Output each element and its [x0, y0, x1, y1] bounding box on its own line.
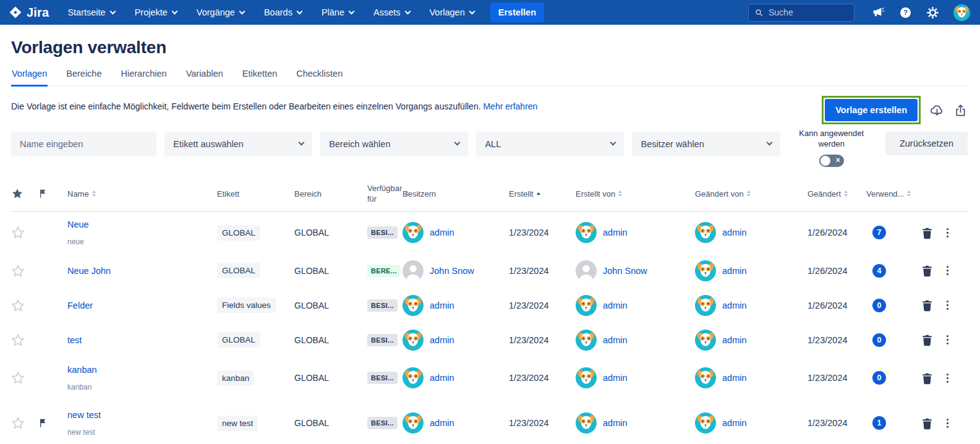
- tab-variablen[interactable]: Variablen: [185, 69, 224, 87]
- help-icon[interactable]: [899, 6, 912, 19]
- announcements-icon[interactable]: [872, 6, 885, 19]
- page-title: Vorlagen verwalten: [11, 38, 968, 58]
- template-name-link[interactable]: kanban: [67, 365, 97, 375]
- tab-hierarchien[interactable]: Hierarchien: [120, 69, 167, 87]
- search-input[interactable]: [769, 7, 843, 17]
- scope-filter-select[interactable]: Bereich wählen: [320, 132, 468, 156]
- nav-item-vorlagen[interactable]: Vorlagen: [430, 7, 474, 17]
- create-button[interactable]: Erstellen: [490, 2, 544, 22]
- template-name-link[interactable]: test: [67, 335, 82, 345]
- delete-icon[interactable]: [921, 372, 934, 385]
- flag-column-flag-icon[interactable]: [38, 189, 48, 199]
- more-actions-icon[interactable]: [942, 334, 953, 346]
- more-actions-icon[interactable]: [942, 417, 953, 429]
- table-row: Felder Fields values GLOBAL BESI... admi…: [11, 288, 968, 323]
- scope-value: GLOBAL: [294, 418, 367, 428]
- template-name-link[interactable]: Neue John: [67, 266, 111, 276]
- owner-link[interactable]: admin: [430, 335, 454, 345]
- type-filter-select[interactable]: ALL: [476, 132, 624, 156]
- created-by-link[interactable]: John Snow: [603, 266, 647, 276]
- modified-by-link[interactable]: admin: [722, 335, 747, 345]
- tab-vorlagen[interactable]: Vorlagen: [11, 69, 48, 87]
- favorite-star-icon[interactable]: [11, 416, 25, 430]
- nav-item-assets[interactable]: Assets: [373, 7, 410, 17]
- create-template-button[interactable]: Vorlage erstellen: [825, 99, 918, 121]
- template-subtitle: new test: [67, 428, 95, 437]
- usage-count-badge[interactable]: 0: [872, 333, 886, 347]
- created-by-link[interactable]: admin: [603, 335, 628, 345]
- modified-by-link[interactable]: admin: [722, 266, 747, 276]
- user-avatar[interactable]: [953, 4, 970, 21]
- favorites-column-star-icon[interactable]: [11, 187, 23, 200]
- created-by-link[interactable]: admin: [603, 373, 628, 383]
- tab-checklisten[interactable]: Checklisten: [296, 69, 343, 87]
- nav-item-projekte[interactable]: Projekte: [135, 7, 177, 17]
- chevron-down-icon: [296, 8, 302, 14]
- owner-avatar: [403, 412, 424, 433]
- template-name-link[interactable]: new test: [67, 410, 101, 420]
- template-name-link[interactable]: Felder: [67, 301, 93, 310]
- label-filter-select[interactable]: Etikett auswählen: [164, 132, 312, 156]
- search-box[interactable]: [748, 4, 854, 22]
- more-actions-icon[interactable]: [942, 372, 953, 384]
- col-header-name[interactable]: Name: [67, 189, 217, 199]
- created-date: 1/23/2024: [509, 418, 576, 428]
- usage-count-badge[interactable]: 1: [872, 416, 886, 430]
- created-date: 1/23/2024: [509, 373, 576, 383]
- delete-icon[interactable]: [921, 264, 934, 277]
- template-name-link[interactable]: Neue: [67, 220, 89, 229]
- col-header-geaendert-von[interactable]: Geändert von: [695, 189, 807, 199]
- favorite-star-icon[interactable]: [11, 264, 25, 278]
- modified-by-link[interactable]: admin: [722, 301, 747, 310]
- scope-value: GLOBAL: [294, 266, 367, 276]
- nav-item-vorgaenge[interactable]: Vorgänge: [197, 7, 244, 17]
- jira-logo[interactable]: Jira: [9, 6, 49, 20]
- owner-link[interactable]: admin: [430, 301, 454, 310]
- delete-icon[interactable]: [921, 417, 934, 430]
- settings-gear-icon[interactable]: [926, 6, 939, 19]
- delete-icon[interactable]: [921, 333, 934, 346]
- usage-count-badge[interactable]: 0: [872, 371, 886, 385]
- owner-link[interactable]: John Snow: [430, 266, 474, 276]
- modified-by-link[interactable]: admin: [722, 373, 747, 383]
- export-icon[interactable]: [953, 103, 968, 117]
- col-header-erstellt-von[interactable]: Erstellt von: [576, 189, 695, 199]
- owner-link[interactable]: admin: [430, 373, 454, 383]
- owner-link[interactable]: admin: [430, 228, 454, 237]
- learn-more-link[interactable]: Mehr erfahren: [483, 101, 537, 111]
- usage-count-badge[interactable]: 4: [872, 264, 886, 278]
- favorite-star-icon[interactable]: [11, 226, 25, 239]
- owner-link[interactable]: admin: [430, 418, 454, 428]
- delete-icon[interactable]: [921, 226, 934, 239]
- tab-etiketten[interactable]: Etiketten: [242, 69, 278, 87]
- owner-filter-select[interactable]: Besitzer wählen: [632, 132, 780, 156]
- created-by-link[interactable]: admin: [603, 228, 628, 237]
- tab-bereiche[interactable]: Bereiche: [66, 69, 102, 87]
- reset-filters-button[interactable]: Zurücksetzen: [885, 132, 968, 155]
- nav-item-plaene[interactable]: Pläne: [322, 7, 354, 17]
- col-header-verfuegbar-fuer[interactable]: Verfügbar für: [367, 183, 403, 205]
- nav-item-boards[interactable]: Boards: [264, 7, 302, 17]
- import-cloud-download-icon[interactable]: [930, 103, 944, 117]
- favorite-star-icon[interactable]: [11, 333, 25, 347]
- usage-count-badge[interactable]: 0: [872, 299, 886, 312]
- nav-item-startseite[interactable]: Startseite: [67, 7, 114, 17]
- modified-by-link[interactable]: admin: [722, 228, 747, 237]
- modified-by-link[interactable]: admin: [722, 418, 747, 428]
- col-header-geaendert[interactable]: Geändert: [807, 189, 866, 199]
- more-actions-icon[interactable]: [942, 227, 953, 239]
- delete-icon[interactable]: [921, 299, 934, 312]
- favorite-star-icon[interactable]: [11, 299, 25, 312]
- created-by-link[interactable]: admin: [603, 418, 628, 428]
- owner-avatar: [403, 330, 424, 351]
- name-filter-input[interactable]: [11, 132, 156, 156]
- more-actions-icon[interactable]: [942, 265, 953, 276]
- chevron-down-icon: [109, 8, 116, 14]
- col-header-verwendungen[interactable]: Verwend...: [866, 189, 921, 199]
- usage-count-badge[interactable]: 7: [872, 226, 886, 239]
- can-be-applied-toggle[interactable]: ×: [819, 155, 844, 167]
- created-by-link[interactable]: admin: [603, 301, 628, 310]
- favorite-star-icon[interactable]: [11, 371, 25, 385]
- more-actions-icon[interactable]: [942, 299, 953, 311]
- col-header-erstellt[interactable]: Erstellt: [509, 189, 576, 199]
